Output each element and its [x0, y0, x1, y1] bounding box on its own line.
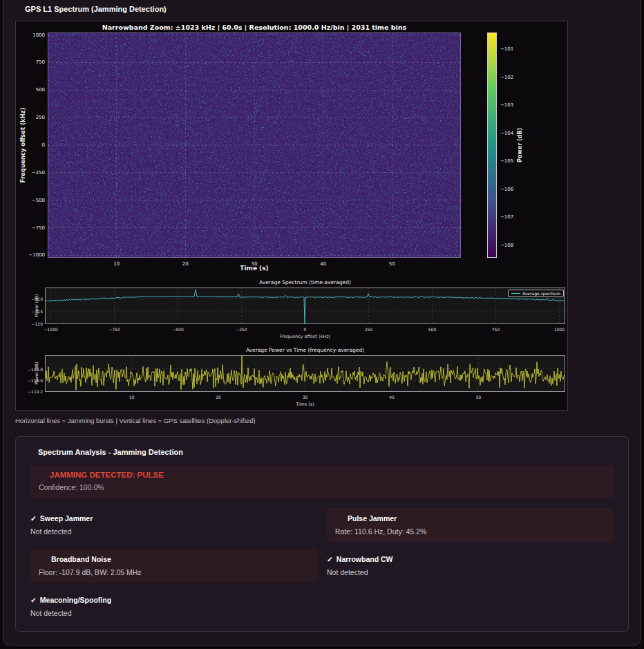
detection-title: Broadband Noise: [39, 555, 309, 563]
detection-card: ✓Sweep JammerNot detected: [30, 508, 317, 542]
tick-label: −109.8: [28, 366, 43, 371]
tick-label: 750: [492, 327, 500, 332]
alert-title: JAMMING DETECTED: PULSE: [39, 471, 605, 479]
tick-label: 500: [428, 327, 436, 332]
tick-label: −500: [172, 327, 183, 332]
legend-line-swatch: [511, 293, 520, 294]
alert-confidence: Confidence: 100.0%: [39, 483, 605, 491]
detection-detail: Rate: 110.6 Hz, Duty: 45.2%: [335, 527, 605, 536]
tick-label: −106: [500, 187, 513, 192]
avg-spectrum-plot: [45, 288, 565, 324]
tick-label: 40: [389, 395, 395, 399]
tick-label: −115: [32, 308, 43, 313]
check-icon: ✓: [327, 555, 333, 563]
tick-label: −107: [500, 214, 513, 220]
tick-label: −250: [32, 170, 45, 176]
spectrum-figure: Narrowband Zoom: ±1023 kHz | 60.0s | Res…: [15, 21, 568, 411]
tick-label: −104: [500, 131, 513, 136]
tick-label: 50: [389, 261, 395, 267]
tick-label: −110.2: [28, 389, 43, 394]
jamming-alert: JAMMING DETECTED: PULSE Confidence: 100.…: [30, 465, 614, 498]
detection-detail: Not detected: [30, 609, 317, 617]
check-icon: ✓: [30, 596, 37, 604]
panel-title-text: Spectrum Analysis - Jamming Detection: [38, 448, 183, 456]
detection-title: Pulse Jammer: [335, 514, 605, 523]
tick-label: −108: [500, 243, 513, 248]
tick-label: 50: [476, 395, 482, 399]
tick-label: −1000: [28, 252, 45, 258]
check-icon: ✓: [30, 514, 37, 523]
alarm-icon: [335, 518, 344, 519]
avg-spectrum-title: Average Spectrum (time-averaged): [45, 279, 565, 285]
colorbar: [487, 32, 497, 258]
tick-label: 1000: [32, 32, 45, 38]
alarm-icon: [39, 475, 50, 476]
tick-label: 30: [303, 395, 308, 399]
panel-title: Spectrum Analysis - Jamming Detection: [30, 448, 614, 456]
avg-power-title: Average Power vs Time (frequency-average…: [45, 347, 565, 353]
tick-label: −1000: [44, 327, 57, 332]
detection-title: ✓Sweep Jammer: [30, 514, 317, 523]
tick-label: 250: [365, 327, 372, 332]
tick-label: −103: [500, 102, 513, 108]
detection-card: Broadband NoiseFloor: -107.9 dB, BW: 2.0…: [30, 549, 317, 583]
tick-label: 40: [320, 261, 326, 267]
spectrogram-ylabel: Frequency offset (kHz): [19, 108, 26, 183]
tick-label: −250: [236, 327, 247, 332]
alarm-icon: [39, 559, 48, 560]
detection-card: ✓Meaconing/SpoofingNot detected: [30, 590, 317, 623]
tick-label: 750: [36, 59, 45, 65]
detection-detail: Floor: -107.9 dB, BW: 2.05 MHz: [39, 568, 309, 576]
tick-label: −500: [32, 198, 45, 203]
detection-detail: Not detected: [327, 568, 614, 576]
detection-title: ✓Narrowband CW: [327, 555, 614, 563]
detection-title-text: Meaconing/Spoofing: [40, 596, 111, 604]
avg-spectrum-xlabel: Frequency offset (kHz): [45, 334, 565, 339]
tick-label: 0: [304, 327, 307, 332]
detection-title-text: Pulse Jammer: [348, 514, 397, 523]
app-container: GPS L1 Spectrum (Jamming Detection) Narr…: [3, 0, 641, 646]
avg-power-plot: [45, 355, 565, 392]
page-root: { "page": { "title": "GPS L1 Spectrum (J…: [0, 0, 644, 649]
detection-title: ✓Meaconing/Spoofing: [30, 596, 317, 604]
avg-power-xlabel: Time (s): [45, 402, 565, 407]
colorbar-label: Power (dB): [517, 128, 523, 162]
legend: Average spectrum: [508, 290, 564, 297]
legend-label: Average spectrum: [522, 291, 560, 296]
tick-label: 1000: [554, 327, 565, 332]
tick-label: −120: [32, 321, 43, 326]
tick-label: 20: [216, 395, 221, 399]
tick-label: −110: [32, 296, 43, 301]
figure-caption: Horizontal lines = Jamming bursts | Vert…: [15, 417, 256, 424]
tick-label: 10: [113, 261, 120, 267]
tick-label: 10: [129, 395, 135, 399]
analysis-panel: Spectrum Analysis - Jamming Detection JA…: [15, 436, 629, 632]
panel-icon: [30, 452, 38, 453]
tick-label: 250: [36, 115, 45, 120]
tick-label: −102: [500, 75, 513, 80]
detection-card: Pulse JammerRate: 110.6 Hz, Duty: 45.2%: [327, 508, 614, 542]
detection-cards: ✓Sweep JammerNot detectedPulse JammerRat…: [30, 508, 614, 623]
alert-text: JAMMING DETECTED: PULSE: [50, 471, 164, 479]
tick-label: −105: [500, 158, 513, 164]
tick-label: −101: [500, 46, 513, 52]
detection-title-text: Sweep Jammer: [40, 514, 93, 523]
detection-title-text: Narrowband CW: [337, 555, 393, 563]
tick-label: −110.0: [28, 377, 43, 382]
tick-label: 20: [182, 261, 189, 267]
tick-label: −750: [32, 225, 45, 231]
spectrogram-title: Narrowband Zoom: ±1023 kHz | 60.0s | Res…: [48, 23, 461, 31]
tick-label: 30: [252, 261, 258, 267]
detection-card: ✓Narrowband CWNot detected: [327, 549, 614, 583]
tick-label: −750: [108, 327, 120, 332]
spectrogram-heatmap: [48, 32, 461, 258]
detection-title-text: Broadband Noise: [51, 555, 111, 563]
tick-label: 0: [42, 142, 45, 148]
detection-detail: Not detected: [30, 527, 317, 536]
page-title: GPS L1 Spectrum (Jamming Detection): [25, 5, 167, 13]
tick-label: 500: [36, 87, 45, 93]
